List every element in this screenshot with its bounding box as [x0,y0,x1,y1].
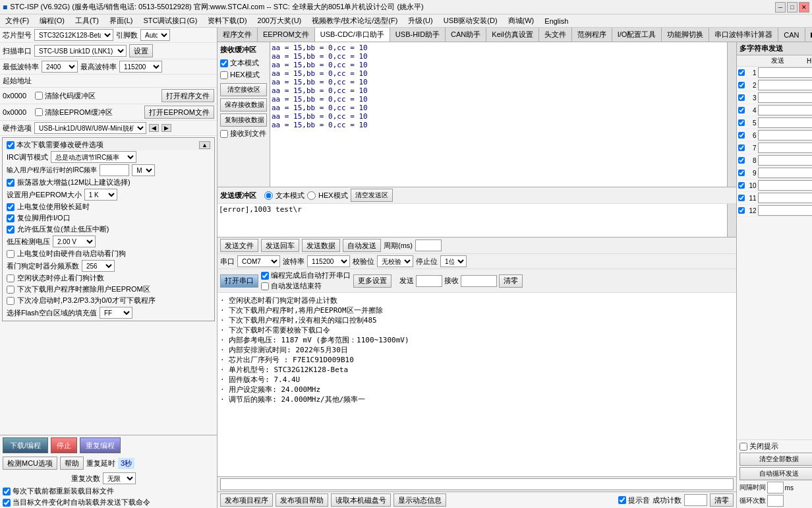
multi-send-input-2[interactable] [758,80,812,90]
menu-item-W[interactable]: 商城(W) [506,15,537,26]
watchdog-check[interactable] [7,250,14,258]
send-back-btn[interactable]: 发送回车 [261,239,299,252]
multi-send-check-10[interactable] [738,182,745,189]
max-baud-select[interactable]: 115200 [119,61,162,73]
clear-tx-btn[interactable]: 清空发送区 [351,189,393,202]
irc-select[interactable]: 总是动态调节IRC频率 [51,151,136,163]
tab-9[interactable]: 功能脚切换 [662,28,709,42]
chip-select[interactable]: STC32G12K128-Beta [34,29,113,41]
tx-text-radio[interactable] [264,191,273,200]
menu-item-L[interactable]: 界面(L) [107,15,135,26]
more-settings-btn[interactable]: 更多设置 [353,274,392,288]
interval-input[interactable]: 0 [767,482,784,493]
tab-2[interactable]: USB-CDC/串口助手 [315,28,390,42]
multi-send-input-5[interactable] [758,117,812,128]
send-file-btn[interactable]: 发送文件 [220,239,258,252]
download-btn[interactable]: 下载/编程 [3,437,48,453]
multi-send-check-6[interactable] [738,132,745,139]
show-dynamic-btn[interactable]: 显示动态信息 [393,493,446,507]
flash-fill-select[interactable]: FF [100,307,132,319]
baud-rate-select[interactable]: 115200 [307,255,350,267]
close-tips-check[interactable] [740,443,747,451]
menu-item-English[interactable]: English [542,16,571,26]
rx-text-mode-check[interactable] [220,59,228,67]
clear-stat-btn[interactable]: 清零 [499,274,523,288]
wd-div-select[interactable]: 256 [82,260,115,272]
multi-send-check-8[interactable] [738,157,745,164]
tab-0[interactable]: 程序文件 [218,28,258,42]
multi-send-input-8[interactable] [758,155,812,166]
send-data-btn[interactable]: 发送数据 [302,239,340,252]
multi-send-input-10[interactable] [758,180,812,191]
hw-scroll-right[interactable]: ▶ [161,124,171,132]
clear-count-btn[interactable]: 清零 [710,493,734,507]
idle-wd-check[interactable] [7,274,14,282]
min-baud-select[interactable]: 2400 [42,61,78,73]
check-select[interactable]: 无校验 [377,255,413,267]
stop-btn[interactable]: 停止 [51,437,77,453]
rx-hex-mode-check[interactable] [220,71,228,79]
multi-send-input-7[interactable] [758,143,812,153]
power-delay-check[interactable] [7,203,14,211]
period-input[interactable]: 100 [415,239,442,251]
publish-help-btn[interactable]: 发布项目帮助 [276,493,328,507]
menu-item-F[interactable]: 文件(F) [3,15,32,26]
multi-send-check-4[interactable] [738,107,745,113]
copy-rx-btn[interactable]: 复制接收数据 [220,113,267,127]
clear-all-btn[interactable]: 清空全部数据 [740,453,812,466]
sound-check[interactable] [618,496,626,504]
auto-loop-btn[interactable]: 自动循环发送 [740,467,812,480]
count-select[interactable]: 无限 [103,472,136,484]
maximize-btn[interactable]: □ [787,2,798,13]
tab-7[interactable]: 范例程序 [572,28,612,42]
tab-11[interactable]: CAN [778,28,805,42]
auto-send-cr-check[interactable] [261,282,269,290]
osc-check[interactable] [7,179,14,187]
multi-send-input-6[interactable] [758,130,812,141]
rx-to-file-check[interactable] [220,130,228,138]
publish-btn[interactable]: 发布项目程序 [220,493,273,507]
tx-hex-radio[interactable] [307,191,316,200]
next-dl-p32-check[interactable] [7,297,14,305]
save-rx-btn[interactable]: 保存接收数据 [220,98,267,111]
auto-send-btn[interactable]: 自动发送 [343,239,381,252]
tab-10[interactable]: 串口波特率计算器 [709,28,778,42]
multi-send-check-2[interactable] [738,82,745,88]
multi-send-check-5[interactable] [738,119,745,126]
hw-group-scroll[interactable]: ▲ [199,141,210,149]
auto-reload-check[interactable] [3,488,11,495]
freq-unit-select[interactable]: MHz [132,164,155,176]
scan-port-select[interactable]: STC-USB Link1D (LNK1) [34,45,127,57]
title-bar-controls[interactable]: ─ □ ✕ [775,2,809,13]
multi-send-input-12[interactable] [758,205,812,216]
menu-item-F[interactable]: 视频教学/技术论坛/选型(F) [309,15,400,26]
multi-send-input-9[interactable] [758,168,812,178]
freq-input[interactable]: 24.000 [100,164,129,176]
read-sn-btn[interactable]: 读取本机磁盘号 [331,493,391,507]
menu-item-USBD[interactable]: USB驱动安装(D) [441,15,500,26]
tab-5[interactable]: Keil仿真设置 [486,28,538,42]
menu-item-O[interactable]: 编程(O) [37,15,67,26]
tab-3[interactable]: USB-HID助手 [390,28,446,42]
stop-bit-select[interactable]: 1位 [440,255,467,267]
open-prog-btn[interactable]: 打开程序文件 [161,89,214,102]
allow-low-check[interactable] [7,226,14,234]
settings-btn[interactable]: 设置 [129,44,153,57]
multi-send-check-7[interactable] [738,144,745,151]
menu-item-U[interactable]: 升级(U) [405,15,435,26]
multi-send-check-11[interactable] [738,195,745,201]
close-btn[interactable]: ✕ [799,2,809,13]
minimize-btn[interactable]: ─ [775,2,786,13]
hw-opts-select[interactable]: USB-Link1D/U8W/U8W-Mini脱机 程序加 [34,122,146,134]
eeprom-size-select[interactable]: 1 K [84,189,117,201]
detect-btn[interactable]: 检测MCU选项 [3,457,57,470]
tx-scrollbar[interactable] [727,204,736,237]
menu-item-T[interactable]: 工具(T) [72,15,102,26]
auto-open-check[interactable] [261,272,269,280]
loop-count-input[interactable]: 0 [767,495,784,507]
open-eeprom-btn[interactable]: 打开EEPROM文件 [144,106,214,119]
multi-send-input-3[interactable] [758,92,812,103]
rx-text[interactable]: aa = 15,bb = 0,cc = 10aa = 15,bb = 0,cc … [270,42,727,187]
tab-8[interactable]: I/O配置工具 [612,28,662,42]
menu-item-STCG[interactable]: STC调试接口(G) [140,15,200,26]
